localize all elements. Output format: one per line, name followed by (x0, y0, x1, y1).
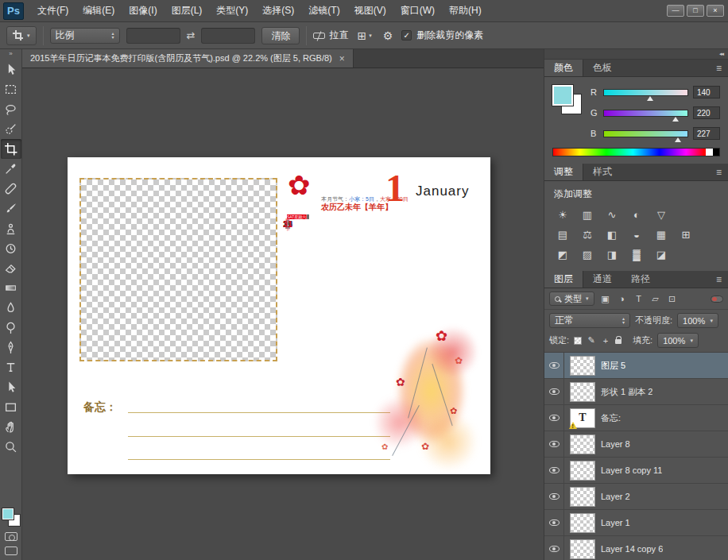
panel-menu-icon[interactable]: ≡ (710, 164, 728, 180)
blue-slider[interactable] (603, 130, 688, 137)
layer-name[interactable]: 图层 5 (601, 360, 625, 372)
path-selection-tool[interactable] (1, 377, 21, 397)
color-lookup-icon[interactable]: ⊞ (677, 226, 695, 243)
document-tab[interactable]: 2015羊年日历记事本免费打印版(含阴历及节气).psd @ 22.2% (图层… (22, 49, 354, 68)
tab-adjustments[interactable]: 调整 (544, 164, 583, 180)
visibility-toggle[interactable] (544, 510, 564, 535)
layer-name[interactable]: Layer 8 copy 11 (601, 465, 662, 475)
foreground-color-swatch[interactable] (2, 508, 14, 519)
layer-name[interactable]: Layer 14 copy 6 (601, 544, 663, 554)
layer-name[interactable]: 备忘: (601, 412, 621, 424)
canvas-area[interactable]: ✿ 本月节气：小寒：5日，大寒：20日 农历乙未年【羊年】 1 January … (22, 68, 544, 560)
layer-row[interactable]: Layer 14 copy 6 (544, 536, 728, 560)
layer-thumbnail[interactable] (570, 461, 595, 481)
menu-edit[interactable]: 编辑(E) (76, 0, 122, 21)
clone-stamp-tool[interactable] (1, 218, 21, 238)
slider-handle[interactable] (672, 117, 679, 122)
invert-icon[interactable]: ◩ (554, 246, 571, 263)
menu-type[interactable]: 类型(Y) (209, 0, 255, 21)
lasso-tool[interactable] (1, 99, 21, 119)
layer-name[interactable]: 形状 1 副本 2 (601, 386, 652, 398)
visibility-toggle[interactable] (544, 431, 564, 457)
layer-thumbnail[interactable] (570, 434, 595, 454)
type-tool[interactable] (1, 357, 21, 377)
menu-select[interactable]: 选择(S) (255, 0, 301, 21)
photo-filter-icon[interactable]: ◒ (628, 226, 645, 243)
quick-selection-tool[interactable] (1, 119, 21, 139)
blur-tool[interactable] (1, 298, 21, 318)
red-value[interactable]: 140 (693, 86, 720, 98)
pen-tool[interactable] (1, 338, 21, 357)
straighten-button[interactable]: 拉直 (313, 29, 348, 42)
panel-menu-icon[interactable]: ≡ (710, 271, 728, 288)
channel-mixer-icon[interactable]: ▦ (652, 226, 670, 243)
filter-type-layers-icon[interactable]: T (633, 294, 645, 303)
layer-row[interactable]: Layer 2 (544, 484, 728, 510)
curves-icon[interactable]: ∿ (603, 207, 621, 223)
visibility-toggle[interactable] (544, 536, 564, 560)
lock-image-pixels-icon[interactable]: ✎ (587, 335, 596, 346)
green-slider[interactable] (603, 110, 688, 117)
restore-button[interactable]: □ (687, 5, 704, 17)
color-balance-icon[interactable]: ⚖ (579, 226, 596, 243)
layer-thumbnail[interactable] (570, 382, 595, 402)
eyedropper-tool[interactable] (1, 159, 21, 179)
tool-preset-picker[interactable]: ▾ (6, 26, 37, 45)
rectangular-marquee-tool[interactable] (1, 79, 21, 99)
layer-row[interactable]: 图层 5 (544, 353, 728, 379)
crop-tool[interactable] (1, 139, 21, 159)
black-white-icon[interactable]: ◧ (603, 226, 621, 243)
clear-button[interactable]: 清除 (261, 27, 300, 44)
lock-transparent-pixels-icon[interactable] (574, 337, 582, 345)
fill-select[interactable]: 100% ▾ (657, 333, 699, 348)
foreground-color-well[interactable] (552, 85, 573, 106)
menu-layer[interactable]: 图层(L) (165, 0, 210, 21)
layer-row[interactable]: Layer 8 (544, 431, 728, 458)
menu-filter[interactable]: 滤镜(T) (301, 0, 347, 21)
hue-saturation-icon[interactable]: ▤ (554, 226, 571, 243)
levels-icon[interactable]: ▥ (579, 207, 596, 223)
posterize-icon[interactable]: ▨ (579, 246, 596, 263)
filter-type-select[interactable]: 类型 ▾ (549, 292, 594, 306)
exposure-icon[interactable]: ◐ (628, 207, 645, 223)
toolbar-collapse-icon[interactable]: » (9, 49, 12, 60)
rectangle-tool[interactable] (1, 397, 21, 417)
threshold-icon[interactable]: ◨ (603, 246, 621, 263)
menu-help[interactable]: 帮助(H) (442, 0, 489, 21)
brightness-contrast-icon[interactable]: ☀ (554, 207, 571, 223)
menu-view[interactable]: 视图(V) (347, 0, 393, 21)
tab-channels[interactable]: 通道 (583, 271, 622, 288)
quick-mask-button[interactable] (5, 532, 17, 541)
tab-paths[interactable]: 路径 (622, 271, 660, 288)
layer-name[interactable]: Layer 8 (601, 439, 630, 449)
layer-filtering-toggle[interactable] (711, 295, 723, 303)
visibility-toggle[interactable] (544, 353, 564, 378)
menu-file[interactable]: 文件(F) (30, 0, 76, 21)
selective-color-icon[interactable]: ◪ (652, 246, 670, 263)
panel-menu-icon[interactable]: ≡ (710, 60, 728, 76)
visibility-toggle[interactable] (544, 379, 564, 404)
crop-ratio-select[interactable]: 比例 ▴▾ (50, 28, 120, 44)
text-layer-thumbnail[interactable]: T (570, 408, 595, 428)
color-spectrum-ramp[interactable] (552, 148, 720, 156)
gradient-map-icon[interactable]: ▓ (628, 246, 645, 263)
hand-tool[interactable] (1, 417, 21, 437)
tab-close-icon[interactable]: × (339, 53, 345, 64)
opacity-select[interactable]: 100% ▾ (677, 313, 718, 328)
visibility-toggle[interactable] (544, 405, 564, 431)
layer-name[interactable]: Layer 1 (601, 518, 630, 527)
layer-row[interactable]: Layer 8 copy 11 (544, 458, 728, 484)
tab-color[interactable]: 颜色 (544, 60, 583, 76)
lock-position-icon[interactable]: + (601, 336, 610, 346)
green-value[interactable]: 220 (693, 106, 720, 119)
spot-healing-brush-tool[interactable] (1, 179, 21, 199)
overlay-options-button[interactable]: ⊞ ▾ (354, 29, 374, 42)
document-page[interactable]: ✿ 本月节气：小寒：5日，大寒：20日 农历乙未年【羊年】 1 January … (68, 157, 490, 474)
move-tool[interactable] (1, 60, 21, 79)
crop-width-input[interactable] (126, 28, 180, 44)
filter-shape-layers-icon[interactable]: ▱ (650, 294, 661, 304)
menu-image[interactable]: 图像(I) (122, 0, 164, 21)
filter-adjustment-layers-icon[interactable]: ◑ (617, 294, 628, 303)
filter-pixel-layers-icon[interactable]: ▣ (600, 294, 611, 304)
visibility-toggle[interactable] (544, 484, 564, 509)
